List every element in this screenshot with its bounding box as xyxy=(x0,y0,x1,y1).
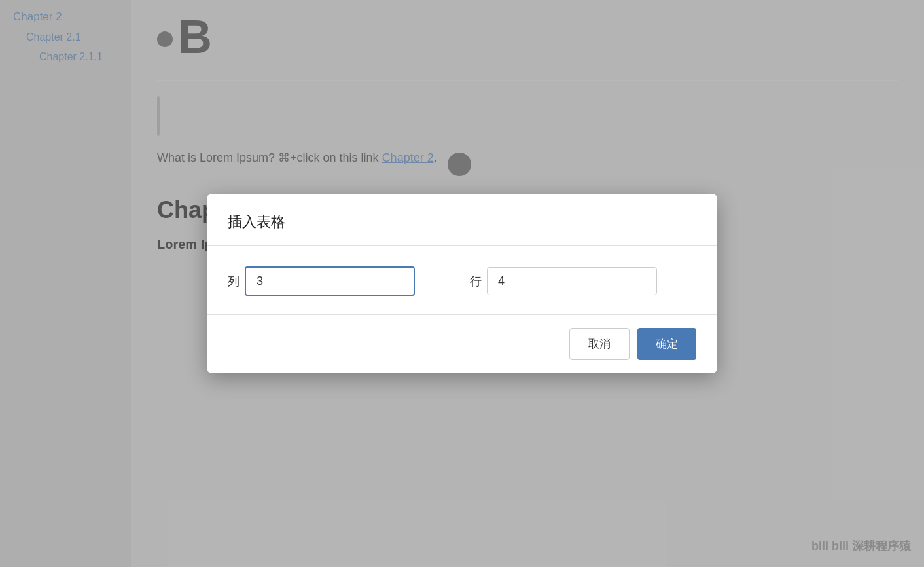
modal-overlay: 插入表格 列 行 取消 确定 xyxy=(0,0,924,567)
cancel-button[interactable]: 取消 xyxy=(569,328,630,360)
insert-table-dialog: 插入表格 列 行 取消 确定 xyxy=(207,194,717,373)
col-label: 列 xyxy=(228,274,240,289)
confirm-button[interactable]: 确定 xyxy=(637,328,696,360)
dialog-title: 插入表格 xyxy=(228,212,696,232)
row-field-group: 行 xyxy=(470,267,696,295)
col-field-group: 列 xyxy=(228,266,454,296)
dialog-body: 列 行 xyxy=(207,246,717,315)
col-input[interactable] xyxy=(245,266,415,296)
dialog-header: 插入表格 xyxy=(207,194,717,246)
dialog-footer: 取消 确定 xyxy=(207,315,717,373)
row-label: 行 xyxy=(470,274,482,289)
row-input[interactable] xyxy=(487,267,657,295)
